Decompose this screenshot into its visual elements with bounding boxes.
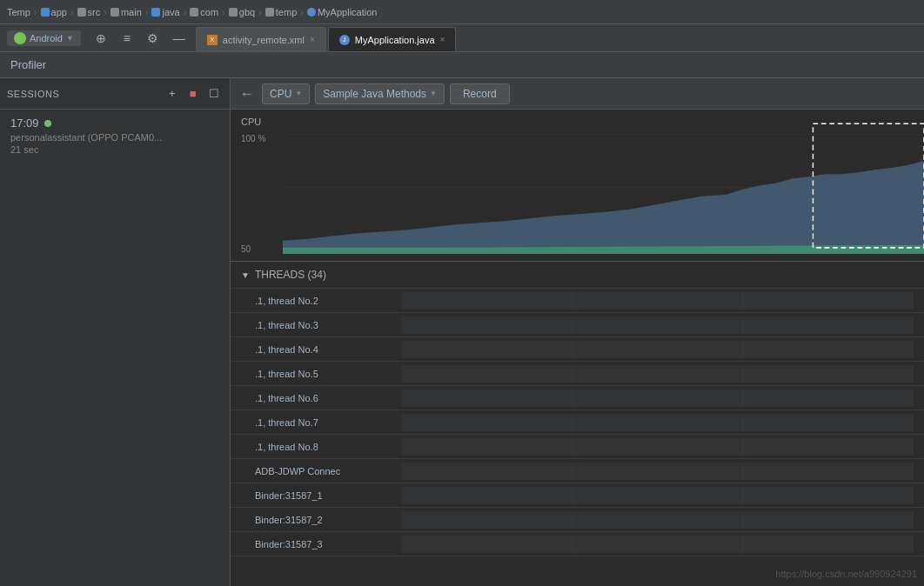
thread-name: .1, thread No.2 — [255, 296, 394, 306]
threads-header[interactable]: ▼ THREADS (34) — [231, 262, 924, 289]
android-icon — [14, 32, 26, 44]
thread-row[interactable]: .1, thread No.2 — [231, 289, 924, 313]
breadcrumb-temp2: temp — [276, 7, 297, 17]
breadcrumb: Temp › app › src › main › java › com › g… — [7, 7, 377, 17]
thread-row[interactable]: .1, thread No.5 — [231, 362, 924, 386]
minimize-icon[interactable]: — — [170, 29, 189, 48]
breadcrumb-com: com — [200, 7, 218, 17]
tab-java-close[interactable]: × — [440, 35, 445, 44]
tabs: X activity_remote.xml × J MyApplication.… — [196, 24, 459, 51]
chart-svg — [283, 117, 924, 254]
thread-name: .1, thread No.5 — [255, 369, 394, 379]
cpu-dropdown[interactable]: CPU ▼ — [262, 83, 310, 104]
profiler-title: Profiler — [10, 58, 46, 71]
breadcrumb-gbq: gbq — [239, 7, 255, 17]
sep: › — [145, 7, 149, 17]
thread-bar — [401, 463, 914, 480]
record-label: Record — [463, 88, 497, 100]
profiler-toolbar: ← CPU ▼ Sample Java Methods ▼ Record — [231, 78, 924, 110]
title-bar: Temp › app › src › main › java › com › g… — [0, 0, 924, 24]
tab-bar: Android ▼ ⊕ ≡ ⚙ — X activity_remote.xml … — [0, 24, 924, 52]
sample-method-dropdown[interactable]: Sample Java Methods ▼ — [315, 83, 445, 104]
sessions-header: SESSIONS + ■ ☐ — [0, 78, 230, 110]
thread-bar — [401, 292, 914, 310]
cpu-chart: CPU 100 % 50 — [231, 110, 924, 262]
thread-name: .1, thread No.7 — [255, 417, 394, 428]
sep: › — [184, 7, 187, 17]
layout-button[interactable]: ☐ — [205, 85, 223, 103]
sessions-label: SESSIONS — [7, 89, 59, 99]
add-session-button[interactable]: + — [164, 85, 181, 103]
thread-row[interactable]: Binder:31587_3 — [231, 532, 924, 556]
thread-bar — [401, 487, 914, 504]
gbq-icon — [229, 8, 238, 17]
myapp-icon — [307, 8, 316, 17]
thread-row[interactable]: .1, thread No.6 — [231, 386, 924, 410]
session-name: personalassistant (OPPO PCAM0... — [10, 132, 219, 143]
thread-row[interactable]: Binder:31587_1 — [231, 483, 924, 508]
threads-section[interactable]: ▼ THREADS (34) .1, thread No.2 .1, threa… — [231, 262, 924, 586]
thread-row[interactable]: .1, thread No.3 — [231, 313, 924, 337]
breadcrumb-main: main — [121, 7, 142, 17]
thread-bar — [401, 536, 914, 553]
profiler-header: Profiler — [0, 52, 924, 78]
session-duration: 21 sec — [10, 144, 219, 155]
thread-bar — [401, 316, 914, 334]
java-icon — [151, 8, 160, 17]
thread-row[interactable]: .1, thread No.8 — [231, 435, 924, 459]
cpu-chart-label: CPU — [241, 117, 261, 127]
src-icon — [77, 8, 86, 17]
cpu-dropdown-arrow: ▼ — [295, 90, 302, 97]
thread-name: .1, thread No.3 — [255, 320, 394, 330]
main-icon — [110, 8, 119, 17]
xml-icon: X — [207, 35, 218, 45]
thread-row[interactable]: ADB-JDWP Connec — [231, 459, 924, 483]
sample-method-label: Sample Java Methods — [323, 88, 426, 100]
tab-java[interactable]: J MyApplication.java × — [328, 27, 457, 51]
thread-row[interactable]: Binder:31587_2 — [231, 508, 924, 532]
thread-bar — [401, 390, 914, 407]
android-dropdown-arrow: ▼ — [66, 34, 74, 43]
android-selector[interactable]: Android ▼ — [7, 30, 81, 46]
breadcrumb-temp: Temp — [7, 7, 30, 17]
tab-xml-label: activity_remote.xml — [223, 35, 305, 45]
thread-name: Binder:31587_2 — [255, 515, 394, 525]
thread-row[interactable]: .1, thread No.4 — [231, 337, 924, 362]
globe-icon[interactable]: ⊕ — [91, 29, 110, 48]
sep: › — [300, 7, 304, 17]
gear-icon[interactable]: ⚙ — [144, 29, 163, 48]
thread-list: .1, thread No.2 .1, thread No.3 .1, thre… — [231, 289, 924, 556]
record-button[interactable]: Record — [450, 83, 510, 104]
sep: › — [222, 7, 225, 17]
content-area: ← CPU ▼ Sample Java Methods ▼ Record CPU… — [231, 78, 924, 586]
stop-session-button[interactable]: ■ — [184, 85, 202, 103]
tab-xml[interactable]: X activity_remote.xml × — [196, 27, 326, 51]
sessions-header-icons: + ■ ☐ — [164, 85, 223, 103]
session-item[interactable]: 17:09 personalassistant (OPPO PCAM0... 2… — [0, 110, 230, 162]
thread-name: Binder:31587_1 — [255, 490, 394, 501]
threads-label: THREADS (34) — [255, 269, 326, 281]
thread-name: .1, thread No.6 — [255, 393, 394, 403]
com-icon — [190, 8, 198, 17]
back-button[interactable]: ← — [238, 84, 257, 103]
java-file-icon: J — [339, 35, 350, 45]
thread-row[interactable]: .1, thread No.7 — [231, 410, 924, 435]
split-icon[interactable]: ≡ — [117, 29, 137, 48]
svg-point-0 — [16, 34, 24, 43]
svg-marker-3 — [283, 161, 924, 254]
cpu-50-label: 50 — [241, 244, 265, 254]
thread-bar — [401, 414, 914, 431]
tab-icons: ⊕ ≡ ⚙ — — [91, 29, 189, 48]
cpu-axis: 100 % 50 — [241, 134, 265, 254]
thread-name: .1, thread No.4 — [255, 344, 394, 355]
android-label: Android — [30, 33, 63, 43]
session-time-label: 17:09 — [10, 117, 39, 130]
session-active-dot — [44, 120, 51, 127]
chart-canvas — [283, 117, 924, 254]
thread-bar — [401, 438, 914, 456]
sep: › — [258, 7, 262, 17]
sample-method-arrow: ▼ — [430, 90, 437, 97]
thread-bar — [401, 511, 914, 529]
sidebar: SESSIONS + ■ ☐ 17:09 personalassistant (… — [0, 78, 231, 586]
tab-xml-close[interactable]: × — [310, 35, 315, 44]
